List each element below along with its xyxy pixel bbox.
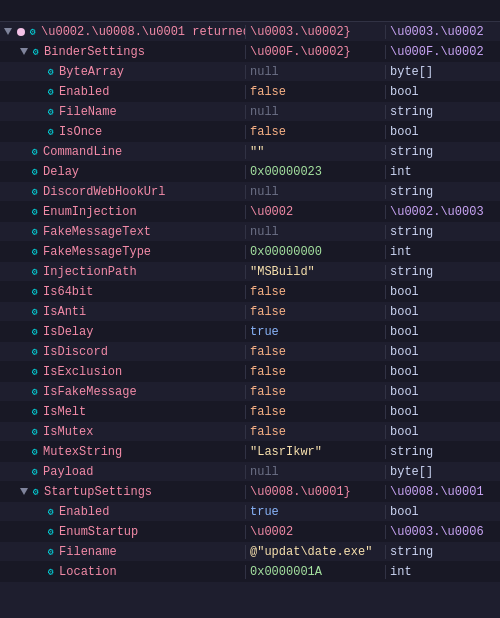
table-row[interactable]: ⚙IsMeltfalsebool [0,402,500,422]
cell-name: ⚙StartupSettings [0,485,245,499]
cell-name: ⚙Location [0,565,245,579]
name-text: IsMelt [43,405,86,419]
cell-value: null [245,225,385,239]
wrench-icon: ⚙ [32,286,38,298]
table-row[interactable]: ⚙BinderSettings\u000F.\u0002}\u000F.\u00… [0,42,500,62]
cell-type: byte[] [385,465,500,479]
cell-type: \u0003.\u0002 [385,25,500,39]
wrench-icon: ⚙ [48,126,54,138]
cell-name: ⚙IsMutex [0,425,245,439]
cell-type: string [385,445,500,459]
expand-down-icon[interactable] [20,488,28,495]
cell-value: \u0002 [245,525,385,539]
dot-icon [17,28,25,36]
cell-name: ⚙DiscordWebHookUrl [0,185,245,199]
cell-name: ⚙FileName [0,105,245,119]
wrench-icon: ⚙ [32,146,38,158]
cell-name: ⚙FakeMessageText [0,225,245,239]
name-text: Delay [43,165,79,179]
name-text: IsMutex [43,425,93,439]
table-row[interactable]: ⚙MutexString"LasrIkwr"string [0,442,500,462]
cell-type: bool [385,285,500,299]
name-text: IsOnce [59,125,102,139]
cell-value: false [245,285,385,299]
cell-value: false [245,425,385,439]
table-row[interactable]: ⚙Enabledfalsebool [0,82,500,102]
table-row[interactable]: ⚙IsAntifalsebool [0,302,500,322]
table-row[interactable]: ⚙InjectionPath"MSBuild"string [0,262,500,282]
table-row[interactable]: ⚙IsDelaytruebool [0,322,500,342]
cell-value: "LasrIkwr" [245,445,385,459]
table-row[interactable]: ⚙EnumStartup\u0002\u0003.\u0006 [0,522,500,542]
cell-type: bool [385,405,500,419]
cell-type: string [385,105,500,119]
wrench-icon: ⚙ [48,506,54,518]
name-text: IsAnti [43,305,86,319]
table-row[interactable]: ⚙Filename@"updat\date.exe"string [0,542,500,562]
cell-name: ⚙Delay [0,165,245,179]
table-row[interactable]: ⚙IsOncefalsebool [0,122,500,142]
name-text: MutexString [43,445,122,459]
table-row[interactable]: ⚙StartupSettings\u0008.\u0001}\u0008.\u0… [0,482,500,502]
table-row[interactable]: ⚙Payloadnullbyte[] [0,462,500,482]
wrench-icon: ⚙ [32,186,38,198]
wrench-icon: ⚙ [32,466,38,478]
wrench-icon: ⚙ [32,426,38,438]
cell-type: string [385,185,500,199]
expand-down-icon[interactable] [4,28,12,35]
cell-value: false [245,305,385,319]
table-row[interactable]: ⚙\u0002.\u0008.\u0001 returned\u0003.\u0… [0,22,500,42]
wrench-icon: ⚙ [32,366,38,378]
table-row[interactable]: ⚙FakeMessageType0x00000000int [0,242,500,262]
cell-value: \u0008.\u0001} [245,485,385,499]
cell-name: ⚙Filename [0,545,245,559]
table-row[interactable]: ⚙IsDiscordfalsebool [0,342,500,362]
cell-name: ⚙IsMelt [0,405,245,419]
wrench-icon: ⚙ [32,346,38,358]
cell-name: ⚙IsAnti [0,305,245,319]
table-row[interactable]: ⚙DiscordWebHookUrlnullstring [0,182,500,202]
cell-name: ⚙FakeMessageType [0,245,245,259]
name-text: IsDelay [43,325,93,339]
table-row[interactable]: ⚙FakeMessageTextnullstring [0,222,500,242]
table-row[interactable]: ⚙Location0x0000001Aint [0,562,500,582]
name-text: Location [59,565,117,579]
cell-value: \u0002 [245,205,385,219]
cell-type: string [385,145,500,159]
table-row[interactable]: ⚙IsFakeMessagefalsebool [0,382,500,402]
cell-value: null [245,105,385,119]
wrench-icon: ⚙ [33,46,39,58]
table-row[interactable]: ⚙ByteArraynullbyte[] [0,62,500,82]
table-row[interactable]: ⚙Delay0x00000023int [0,162,500,182]
name-text: Filename [59,545,117,559]
table-row[interactable]: ⚙IsExclusionfalsebool [0,362,500,382]
table-header [0,0,500,22]
table-row[interactable]: ⚙CommandLine""string [0,142,500,162]
cell-type: int [385,245,500,259]
name-text: Is64bit [43,285,93,299]
cell-type: int [385,165,500,179]
wrench-icon: ⚙ [32,446,38,458]
cell-type: string [385,225,500,239]
name-text: FakeMessageText [43,225,151,239]
wrench-icon: ⚙ [48,526,54,538]
cell-type: int [385,565,500,579]
cell-value: false [245,385,385,399]
name-text: IsDiscord [43,345,108,359]
table-row[interactable]: ⚙Enabledtruebool [0,502,500,522]
cell-name: ⚙Enabled [0,505,245,519]
cell-name: ⚙BinderSettings [0,45,245,59]
table-row[interactable]: ⚙EnumInjection\u0002\u0002.\u0003 [0,202,500,222]
table-row[interactable]: ⚙IsMutexfalsebool [0,422,500,442]
table-row[interactable]: ⚙FileNamenullstring [0,102,500,122]
cell-value: null [245,185,385,199]
cell-value: false [245,405,385,419]
cell-value: "MSBuild" [245,265,385,279]
cell-value: null [245,65,385,79]
cell-name: ⚙\u0002.\u0008.\u0001 returned [0,25,245,39]
wrench-icon: ⚙ [33,486,39,498]
table-row[interactable]: ⚙Is64bitfalsebool [0,282,500,302]
expand-down-icon[interactable] [20,48,28,55]
cell-name: ⚙IsDelay [0,325,245,339]
cell-name: ⚙Enabled [0,85,245,99]
